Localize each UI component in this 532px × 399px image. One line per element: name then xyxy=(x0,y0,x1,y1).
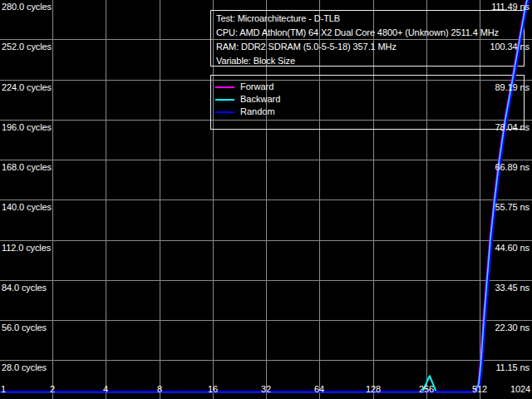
legend-item-label: Random xyxy=(240,106,275,118)
info-line-test: Test: Microarchitecture - D-TLB xyxy=(216,12,524,26)
y-axis-left-tick-label: 196.0 cycles xyxy=(2,122,52,132)
y-axis-right-tick-label: 22.30 ns xyxy=(495,323,530,332)
y-axis-left-tick-label: 56.0 cycles xyxy=(2,323,47,332)
y-axis-left-tick-label: 112.0 cycles xyxy=(2,243,51,253)
y-axis-left-tick-label: 280.0 cycles xyxy=(2,2,52,12)
legend-item: Random xyxy=(211,106,524,118)
legend-color-line xyxy=(215,86,234,88)
legend-item-label: Backward xyxy=(240,93,280,106)
y-axis-right-tick-label: 33.45 ns xyxy=(495,283,530,293)
x-axis-tick-label: 512 xyxy=(472,384,487,394)
chart-legend: Forward Backward Random xyxy=(210,75,525,130)
info-line-cpu: CPU: AMD Athlon(TM) 64 X2 Dual Core 4800… xyxy=(216,26,524,40)
y-axis-right-tick-label: 44.60 ns xyxy=(495,243,530,253)
legend-color-line xyxy=(215,111,234,113)
x-axis-tick-label: 1024 xyxy=(510,384,530,394)
y-axis-right-tick-label: 11.15 ns xyxy=(495,362,530,372)
y-axis-right-tick-label: 55.75 ns xyxy=(495,202,530,212)
x-axis-tick-label: 8 xyxy=(157,384,162,394)
y-axis-left-tick-label: 84.0 cycles xyxy=(2,283,47,293)
x-axis-tick-label: 16 xyxy=(208,384,218,394)
x-axis-tick-label: 4 xyxy=(103,384,108,394)
x-axis-tick-label: 2 xyxy=(50,384,55,394)
info-line-variable: Variable: Block Size xyxy=(216,54,524,68)
legend-item: Backward xyxy=(211,93,524,106)
x-axis-tick-label: 1 xyxy=(1,384,6,394)
x-axis-tick-label: 64 xyxy=(314,384,324,394)
y-axis-left-tick-label: 140.0 cycles xyxy=(2,202,52,212)
benchmark-chart-window: Test: Microarchitecture - D-TLB CPU: AMD… xyxy=(0,0,532,399)
y-axis-right-tick-label: 66.89 ns xyxy=(495,162,530,172)
y-axis-left-tick-label: 168.0 cycles xyxy=(2,162,52,172)
x-axis-tick-label: 256 xyxy=(419,384,434,394)
y-axis-left-tick-label: 252.0 cycles xyxy=(2,42,52,52)
x-axis-tick-label: 32 xyxy=(261,384,271,394)
legend-color-line xyxy=(215,99,234,101)
y-axis-left-tick-label: 224.0 cycles xyxy=(2,82,52,92)
x-axis-tick-label: 128 xyxy=(366,384,381,394)
info-line-ram: RAM: DDR2 SDRAM (5.0-5-5-18) 357.1 MHz xyxy=(216,40,524,54)
legend-item-label: Forward xyxy=(240,81,273,93)
y-axis-left-tick-label: 28.0 cycles xyxy=(2,362,47,372)
legend-item: Forward xyxy=(211,81,524,93)
test-info-box: Test: Microarchitecture - D-TLB CPU: AMD… xyxy=(210,10,525,66)
